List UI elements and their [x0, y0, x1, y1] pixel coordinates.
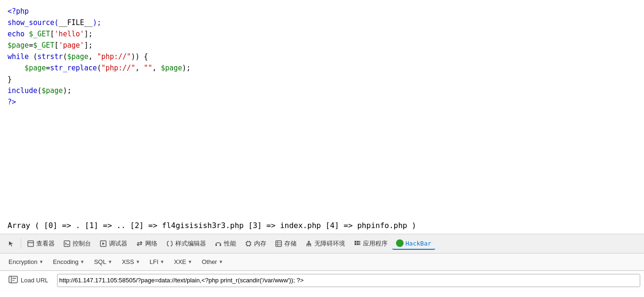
svg-rect-17	[276, 241, 281, 246]
other-arrow: ▼	[218, 259, 223, 264]
other-btn[interactable]: Other ▼	[198, 257, 227, 267]
svg-marker-5	[102, 242, 105, 245]
arrows-icon	[136, 240, 143, 247]
svg-rect-8	[247, 242, 250, 246]
load-url-button[interactable]: Load URL	[4, 273, 53, 288]
code-line: show_source(__FILE__);	[8, 17, 636, 28]
encryption-btn[interactable]: Encryption ▼	[5, 257, 47, 267]
svg-point-21	[308, 241, 310, 243]
devtools-bar: 查看器 控制台 调试器 网络	[0, 234, 644, 254]
xss-label: XSS	[122, 258, 134, 265]
application-label: 应用程序	[363, 239, 388, 248]
code-line: $page=$_GET['page'];	[8, 40, 636, 51]
url-input[interactable]	[57, 274, 640, 287]
hackbar-label: HackBar	[405, 240, 431, 247]
lfi-label: LFI	[149, 258, 158, 265]
svg-rect-0	[28, 241, 33, 246]
storage-btn[interactable]: 存储	[271, 238, 300, 250]
svg-rect-27	[355, 243, 356, 245]
svg-rect-24	[355, 241, 356, 243]
svg-rect-26	[359, 241, 360, 243]
person-icon	[305, 240, 313, 247]
svg-rect-32	[12, 280, 15, 281]
inspector-btn[interactable]: 查看器	[23, 238, 58, 250]
console-btn[interactable]: 控制台	[59, 238, 95, 250]
sql-arrow: ▼	[107, 259, 112, 264]
braces-icon	[166, 240, 173, 247]
code-line: }	[8, 74, 636, 85]
code-line: while (strstr($page, "php://")) {	[8, 51, 636, 62]
code-line: include($page);	[8, 85, 636, 96]
load-icon	[8, 275, 18, 286]
xxe-label: XXE	[174, 258, 186, 265]
style-editor-label: 样式编辑器	[175, 239, 206, 248]
other-label: Other	[202, 258, 217, 265]
url-bar: Load URL	[0, 271, 644, 289]
debugger-btn[interactable]: 调试器	[96, 238, 131, 250]
inspector-toggle-btn[interactable]	[4, 238, 19, 249]
debugger-label: 调试器	[109, 239, 127, 248]
apps-icon	[354, 240, 361, 247]
code-line: echo $_GET['hello'];	[8, 28, 636, 40]
grid-icon	[275, 240, 282, 247]
svg-rect-25	[357, 241, 359, 243]
svg-rect-7	[220, 244, 221, 246]
code-line: ?>	[8, 96, 636, 108]
lfi-btn[interactable]: LFI ▼	[146, 257, 168, 267]
code-line: <?php	[8, 6, 636, 17]
sep1	[21, 239, 21, 248]
performance-btn[interactable]: 性能	[211, 238, 240, 250]
xss-arrow: ▼	[135, 259, 140, 264]
xss-btn[interactable]: XSS ▼	[118, 257, 144, 267]
encoding-btn[interactable]: Encoding ▼	[49, 257, 88, 267]
hackbar-dot-icon	[396, 239, 404, 247]
memory-label: 内存	[254, 239, 266, 248]
encoding-arrow: ▼	[80, 259, 85, 264]
load-url-label: Load URL	[21, 277, 49, 284]
network-btn[interactable]: 网络	[132, 238, 161, 250]
performance-label: 性能	[224, 239, 236, 248]
xxe-btn[interactable]: XXE ▼	[170, 257, 196, 267]
svg-rect-6	[215, 244, 217, 246]
memory-btn[interactable]: 内存	[241, 238, 270, 250]
network-label: 网络	[145, 239, 157, 248]
sql-btn[interactable]: SQL ▼	[90, 257, 116, 267]
encoding-label: Encoding	[53, 258, 78, 265]
play-icon	[99, 240, 107, 247]
inspector-label: 查看器	[36, 239, 55, 248]
style-editor-btn[interactable]: 样式编辑器	[162, 238, 210, 250]
array-output: Array ( [0] => . [1] => .. [2] => fl4gis…	[0, 217, 644, 234]
storage-label: 存储	[284, 239, 297, 248]
box-icon	[27, 240, 34, 247]
accessibility-btn[interactable]: 无障碍环境	[301, 238, 349, 250]
console-label: 控制台	[73, 239, 91, 248]
headphones-icon	[215, 240, 222, 247]
cursor-icon	[8, 240, 15, 247]
code-display: <?phpshow_source(__FILE__);echo $_GET['h…	[0, 0, 644, 217]
encryption-label: Encryption	[8, 258, 37, 265]
chip-icon	[245, 240, 252, 247]
hackbar-btn[interactable]: HackBar	[392, 238, 435, 250]
svg-rect-28	[357, 243, 359, 245]
accessibility-label: 无障碍环境	[314, 239, 345, 248]
application-btn[interactable]: 应用程序	[350, 238, 391, 250]
svg-rect-29	[359, 243, 360, 245]
sql-label: SQL	[94, 258, 106, 265]
lfi-arrow: ▼	[160, 259, 165, 264]
svg-rect-31	[12, 278, 16, 279]
svg-rect-30	[9, 276, 17, 283]
terminal-icon	[63, 240, 71, 247]
xxe-arrow: ▼	[188, 259, 192, 264]
hackbar-toolbar: Encryption ▼ Encoding ▼ SQL ▼ XSS ▼ LFI …	[0, 254, 644, 271]
code-line: $page=str_replace("php://", "", $page);	[8, 62, 636, 74]
encryption-arrow: ▼	[39, 259, 43, 264]
